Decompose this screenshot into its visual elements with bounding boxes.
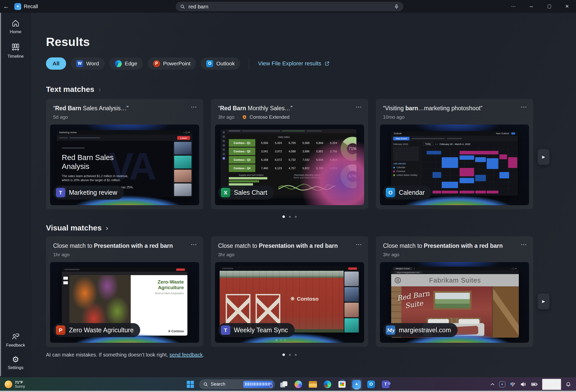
more-options-button[interactable]: ⋯ [191,241,198,248]
edge-button[interactable] [322,379,333,390]
titlebar-more-button[interactable]: ⋯ [505,0,522,13]
clock-widget[interactable]: 2:30 PM 5/14/2024 [542,379,561,390]
result-title: “Red Barn Sales Analysis…” [53,105,196,112]
close-button[interactable]: ✕ [558,0,576,13]
page-dot[interactable] [295,354,297,356]
start-button[interactable] [185,379,196,390]
visual-matches-heading[interactable]: Visual matches › [46,224,576,232]
filter-outlook[interactable]: O Outlook [201,57,240,70]
more-options-button[interactable]: ⋯ [521,103,527,111]
search-input[interactable] [188,4,394,10]
barn-door [256,294,280,328]
window-controls: ⋯ – ✕ [505,0,576,13]
recall-tray-button[interactable]: ✦ [499,381,505,387]
result-card-sales-chart[interactable]: “Red Barn Monthly Sales…” ⋯ 3hr ago Cont… [211,99,368,209]
recall-button[interactable]: ✦ [351,379,362,390]
barn-door-panel [492,286,519,338]
page-dot[interactable] [289,354,291,356]
result-card-calendar[interactable]: “Visiting barn…marketing photoshoot” ⋯ 1… [376,99,533,209]
mini-month-grid [393,146,419,161]
file-explorer-link[interactable]: View File Explorer results [258,60,330,67]
task-view-button[interactable] [278,379,290,390]
site-header: Fabrikam Suites [391,274,519,286]
windows-logo-icon [187,381,194,388]
teams-toolbar: Leave [57,135,193,141]
source-badge: T Marketing review [53,186,124,200]
page-dot[interactable] [282,215,285,218]
chevron-right-icon: › [99,86,101,93]
table-row: Contoso - Q1 5,5565,4246,7005,5686,8446,… [229,139,339,147]
filter-powerpoint[interactable]: P PowerPoint [148,57,196,70]
visual-matches-row: Close match to Presentation with a red b… [46,236,533,347]
notification-bell-button[interactable] [565,381,571,387]
meta-divider [403,252,403,258]
sidebar-item-feedback[interactable]: Feedback [0,332,31,348]
text-matches-row: “Red Barn Sales Analysis…” ⋯ 5d ago Mark… [46,99,533,209]
participant-videos [344,271,359,333]
edge-icon [115,60,122,67]
file-explorer-button[interactable] [307,379,319,390]
send-feedback-link[interactable]: send feedback [170,352,203,358]
teams-button[interactable]: T [380,379,391,390]
more-options-button[interactable]: ⋯ [521,241,527,248]
screenshot-thumbnail[interactable]: Margie's Travel+ – ▢ ✕ https://margiestr… [380,262,529,343]
microsoft-store-button[interactable] [337,379,348,390]
result-time: 1hr ago [53,252,69,258]
maximize-button[interactable] [540,0,558,13]
screenshot-thumbnail[interactable]: ❋ Contoso T Weekl [215,262,364,343]
ai-disclaimer: AI can make mistakes. If something doesn… [46,352,204,358]
visual-matches-next-arrow[interactable]: ▶ [538,293,549,309]
filter-divider [249,58,249,69]
more-options-button[interactable]: ⋯ [356,103,363,111]
microphone-icon[interactable] [394,4,399,9]
screenshot-thumbnail[interactable]: OutlookNew Outlook New Event February 20… [380,125,529,205]
weather-widget[interactable]: 71°F Sunny [5,380,25,388]
table-row: Contoso - Q4 7,4606,1234,7575,8225,7894,… [229,164,339,172]
result-time: 3hr ago [383,252,399,258]
more-options-button[interactable]: ⋯ [191,103,198,111]
back-button[interactable]: ← [0,0,12,13]
tray-overflow-button[interactable] [490,382,495,387]
search-icon [203,382,208,387]
outlook-button[interactable]: O [366,379,377,390]
text-matches-heading[interactable]: Text matches › [46,85,576,94]
filter-edge[interactable]: Edge [109,57,143,70]
result-title: “Visiting barn…marketing photoshoot” [383,105,526,112]
visual-matches-pagination [282,353,297,356]
copilot-button[interactable] [293,379,304,390]
sidebar-item-timeline[interactable]: Timeline [0,43,31,59]
more-options-button[interactable]: ⋯ [356,241,363,248]
recall-search-bar[interactable] [176,2,403,11]
visual-card-zero-waste[interactable]: Close match to Presentation with a red b… [46,236,203,347]
visual-card-weekly-team-sync[interactable]: Close match to Presentation with a red b… [211,236,368,347]
page-dot[interactable] [282,353,285,356]
filter-row: All W Word Edge P PowerPoint O Outlook V… [46,57,576,70]
taskbar-search[interactable]: Search [199,379,275,389]
minimize-button[interactable]: – [522,0,540,13]
filter-all[interactable]: All [46,57,66,70]
page-dot[interactable] [289,216,291,218]
network-button[interactable] [509,381,516,388]
leave-button: Leave [177,136,190,140]
result-card-marketing-review[interactable]: “Red Barn Sales Analysis…” ⋯ 5d ago Mark… [46,99,203,209]
table-title: Daily Sales [229,136,339,138]
text-matches-next-arrow[interactable]: ▶ [538,149,549,165]
battery-button[interactable] [531,381,538,388]
screenshot-thumbnail[interactable]: Zero-Waste Agriculture Root-to-Stem Expl… [50,262,199,343]
screen-bottom-edge [0,391,576,392]
page-dot[interactable] [295,216,297,218]
visual-card-margiestravel[interactable]: Close match to Presentation with a red b… [376,236,533,347]
sidebar-item-settings[interactable]: ⚙ Settings [0,356,31,370]
filter-word[interactable]: W Word [71,57,105,70]
sidebar-item-home[interactable]: Home [0,19,31,34]
screenshot-thumbnail[interactable]: – ▢ ✕ Daily Sales Contoso - Q1 5,55 [215,125,364,205]
volume-button[interactable] [520,381,527,388]
meta-divider [238,252,238,258]
timeline-icon [11,43,20,52]
thumbnail-pagination[interactable] [215,339,346,341]
screenshot-thumbnail[interactable]: Marketing review– ▢ ✕ Leave VA Red Barn … [50,125,199,205]
browser-address-bar: https://margiestravel.com [391,271,519,274]
left-scrollbar[interactable] [0,13,1,376]
recall-icon: ✦ [352,380,361,389]
source-badge: My margiestravel.com [383,323,458,337]
